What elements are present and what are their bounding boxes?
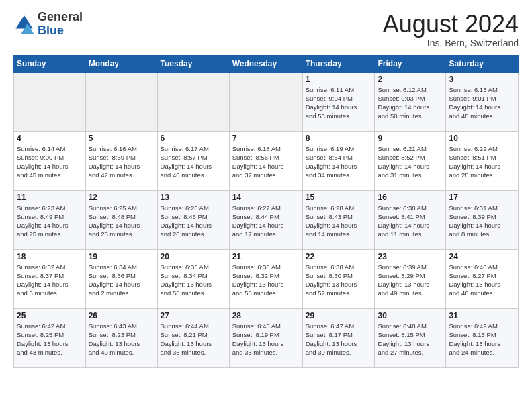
calendar-cell: 13Sunrise: 6:26 AM Sunset: 8:46 PM Dayli… [157,190,229,249]
day-info: Sunrise: 6:27 AM Sunset: 8:44 PM Dayligh… [232,203,300,239]
calendar-cell: 19Sunrise: 6:34 AM Sunset: 8:36 PM Dayli… [85,249,157,308]
location: Ins, Bern, Switzerland [383,38,519,48]
day-number: 25 [17,311,83,320]
calendar-cell: 2Sunrise: 6:12 AM Sunset: 9:03 PM Daylig… [375,72,446,131]
calendar-cell: 24Sunrise: 6:40 AM Sunset: 8:27 PM Dayli… [446,249,519,308]
calendar-cell: 31Sunrise: 6:49 AM Sunset: 8:13 PM Dayli… [446,308,519,367]
day-number: 15 [306,193,372,202]
day-info: Sunrise: 6:23 AM Sunset: 8:49 PM Dayligh… [17,203,83,239]
calendar-cell: 9Sunrise: 6:21 AM Sunset: 8:52 PM Daylig… [375,131,446,190]
calendar-cell [14,72,86,131]
calendar-week-row: 11Sunrise: 6:23 AM Sunset: 8:49 PM Dayli… [14,190,519,249]
calendar-cell: 26Sunrise: 6:43 AM Sunset: 8:23 PM Dayli… [85,308,157,367]
day-info: Sunrise: 6:26 AM Sunset: 8:46 PM Dayligh… [161,203,226,239]
calendar: SundayMondayTuesdayWednesdayThursdayFrid… [13,55,519,368]
day-number: 21 [232,252,300,261]
month-title: August 2024 [383,11,519,38]
calendar-cell [85,72,157,131]
title-block: August 2024 Ins, Bern, Switzerland [383,11,519,48]
calendar-cell: 27Sunrise: 6:44 AM Sunset: 8:21 PM Dayli… [157,308,229,367]
logo: General Blue [13,11,83,38]
calendar-cell: 21Sunrise: 6:36 AM Sunset: 8:32 PM Dayli… [229,249,302,308]
day-number: 10 [449,134,515,143]
logo-blue: Blue [38,24,64,37]
weekday-header: Sunday [14,55,86,72]
logo-icon [13,13,35,35]
calendar-week-row: 1Sunrise: 6:11 AM Sunset: 9:04 PM Daylig… [14,72,519,131]
weekday-header: Thursday [302,55,375,72]
day-info: Sunrise: 6:17 AM Sunset: 8:57 PM Dayligh… [161,144,226,180]
day-info: Sunrise: 6:11 AM Sunset: 9:04 PM Dayligh… [306,85,372,121]
logo-general: General [38,10,83,24]
calendar-cell: 18Sunrise: 6:32 AM Sunset: 8:37 PM Dayli… [14,249,86,308]
calendar-cell: 5Sunrise: 6:16 AM Sunset: 8:59 PM Daylig… [85,131,157,190]
day-number: 20 [161,252,226,261]
weekday-header: Wednesday [229,55,302,72]
day-info: Sunrise: 6:21 AM Sunset: 8:52 PM Dayligh… [378,144,443,180]
day-info: Sunrise: 6:32 AM Sunset: 8:37 PM Dayligh… [17,263,83,298]
calendar-cell: 22Sunrise: 6:38 AM Sunset: 8:30 PM Dayli… [302,249,375,308]
day-number: 3 [449,75,515,84]
day-number: 30 [378,311,443,320]
day-number: 11 [17,193,83,202]
day-info: Sunrise: 6:12 AM Sunset: 9:03 PM Dayligh… [378,85,443,121]
page: General Blue August 2024 Ins, Bern, Swit… [0,0,532,375]
calendar-week-row: 4Sunrise: 6:14 AM Sunset: 9:00 PM Daylig… [14,131,519,190]
calendar-cell: 25Sunrise: 6:42 AM Sunset: 8:25 PM Dayli… [14,308,86,367]
day-number: 16 [378,193,443,202]
calendar-cell: 11Sunrise: 6:23 AM Sunset: 8:49 PM Dayli… [14,190,86,249]
day-info: Sunrise: 6:30 AM Sunset: 8:41 PM Dayligh… [378,203,443,239]
calendar-cell: 15Sunrise: 6:28 AM Sunset: 8:43 PM Dayli… [302,190,375,249]
day-number: 24 [449,252,515,261]
calendar-cell: 10Sunrise: 6:22 AM Sunset: 8:51 PM Dayli… [446,131,519,190]
day-info: Sunrise: 6:18 AM Sunset: 8:56 PM Dayligh… [232,144,300,180]
calendar-cell: 20Sunrise: 6:35 AM Sunset: 8:34 PM Dayli… [157,249,229,308]
calendar-cell: 12Sunrise: 6:25 AM Sunset: 8:48 PM Dayli… [85,190,157,249]
day-number: 23 [378,252,443,261]
day-info: Sunrise: 6:34 AM Sunset: 8:36 PM Dayligh… [89,263,154,298]
day-info: Sunrise: 6:43 AM Sunset: 8:23 PM Dayligh… [89,322,154,357]
day-number: 14 [232,193,300,202]
calendar-cell: 30Sunrise: 6:48 AM Sunset: 8:15 PM Dayli… [375,308,446,367]
day-number: 29 [306,311,372,320]
calendar-cell: 4Sunrise: 6:14 AM Sunset: 9:00 PM Daylig… [14,131,86,190]
calendar-cell: 7Sunrise: 6:18 AM Sunset: 8:56 PM Daylig… [229,131,302,190]
day-info: Sunrise: 6:42 AM Sunset: 8:25 PM Dayligh… [17,322,83,357]
day-info: Sunrise: 6:40 AM Sunset: 8:27 PM Dayligh… [449,263,515,298]
day-number: 22 [306,252,372,261]
day-info: Sunrise: 6:19 AM Sunset: 8:54 PM Dayligh… [306,144,372,180]
day-info: Sunrise: 6:39 AM Sunset: 8:29 PM Dayligh… [378,263,443,298]
day-info: Sunrise: 6:48 AM Sunset: 8:15 PM Dayligh… [378,322,443,357]
day-number: 8 [306,134,372,143]
logo-text: General Blue [38,11,83,38]
calendar-cell [229,72,302,131]
svg-marker-0 [15,15,33,28]
weekday-header: Monday [85,55,157,72]
day-number: 2 [378,75,443,84]
day-info: Sunrise: 6:28 AM Sunset: 8:43 PM Dayligh… [306,203,372,239]
day-number: 9 [378,134,443,143]
day-info: Sunrise: 6:36 AM Sunset: 8:32 PM Dayligh… [232,263,300,298]
calendar-week-row: 25Sunrise: 6:42 AM Sunset: 8:25 PM Dayli… [14,308,519,367]
calendar-cell: 29Sunrise: 6:47 AM Sunset: 8:17 PM Dayli… [302,308,375,367]
day-info: Sunrise: 6:47 AM Sunset: 8:17 PM Dayligh… [306,322,372,357]
day-number: 1 [306,75,372,84]
calendar-cell: 3Sunrise: 6:13 AM Sunset: 9:01 PM Daylig… [446,72,519,131]
day-info: Sunrise: 6:14 AM Sunset: 9:00 PM Dayligh… [17,144,83,180]
calendar-cell: 14Sunrise: 6:27 AM Sunset: 8:44 PM Dayli… [229,190,302,249]
day-number: 12 [89,193,154,202]
header: General Blue August 2024 Ins, Bern, Swit… [13,11,519,48]
day-number: 18 [17,252,83,261]
day-number: 13 [161,193,226,202]
weekday-header: Tuesday [157,55,229,72]
calendar-cell: 8Sunrise: 6:19 AM Sunset: 8:54 PM Daylig… [302,131,375,190]
day-number: 4 [17,134,83,143]
day-number: 6 [161,134,226,143]
weekday-header: Friday [375,55,446,72]
day-number: 7 [232,134,300,143]
day-info: Sunrise: 6:31 AM Sunset: 8:39 PM Dayligh… [449,203,515,239]
day-info: Sunrise: 6:16 AM Sunset: 8:59 PM Dayligh… [89,144,154,180]
calendar-header-row: SundayMondayTuesdayWednesdayThursdayFrid… [14,55,519,72]
day-info: Sunrise: 6:44 AM Sunset: 8:21 PM Dayligh… [161,322,226,357]
day-info: Sunrise: 6:35 AM Sunset: 8:34 PM Dayligh… [161,263,226,298]
